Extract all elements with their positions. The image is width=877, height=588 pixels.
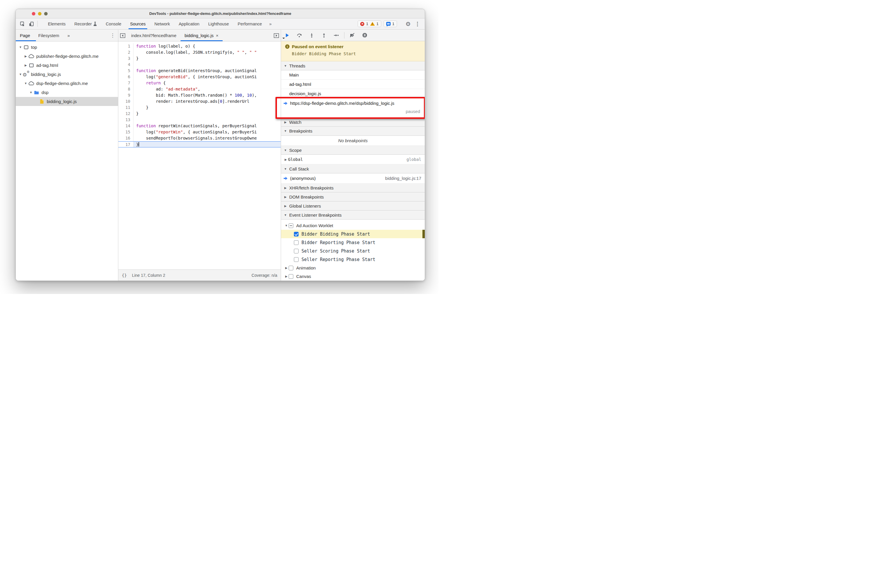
code-line-11[interactable]: 11 } — [118, 105, 281, 111]
thread-row-paused[interactable]: https://dsp-fledge-demo.glitch.me/dsp/bi… — [281, 98, 425, 118]
checkbox-unchecked[interactable] — [289, 274, 293, 279]
chevron-down-icon[interactable]: ▼ — [18, 45, 23, 49]
scope-global-row[interactable]: ▶ Global global — [281, 155, 425, 164]
tab-filesystem[interactable]: Filesystem — [34, 30, 63, 41]
code-line-2[interactable]: 2 console.log(label, JSON.stringify(o, "… — [118, 50, 281, 56]
event-item-seller-reporting-phase-start[interactable]: Seller Reporting Phase Start — [281, 255, 425, 264]
section-global-listeners[interactable]: ▶ Global Listeners — [281, 201, 425, 210]
tab-recorder[interactable]: Recorder — [70, 18, 101, 29]
tree-item-bidding-logic-js[interactable]: bidding_logic.js — [16, 97, 118, 106]
thread-row[interactable]: decision_logic.js — [281, 89, 425, 98]
tree-item-publisher-fledge-demo-glitch-me[interactable]: ▶publisher-fledge-demo.glitch.me — [16, 52, 118, 61]
code-line-8[interactable]: 8 ad: "ad-metadata", — [118, 86, 281, 92]
event-item-label: Seller Scoring Phase Start — [301, 249, 370, 254]
editor-tab-bidding-logic[interactable]: bidding_logic.js × — [181, 30, 223, 41]
pause-on-exceptions-icon[interactable] — [362, 33, 367, 38]
call-stack-frame[interactable]: (anonymous) bidding_logic.js:17 — [281, 173, 425, 184]
code-line-13[interactable]: 13 — [118, 117, 281, 123]
step-icon[interactable] — [334, 33, 339, 38]
checkbox-indeterminate[interactable] — [289, 224, 293, 228]
chevron-down-icon[interactable]: ▼ — [18, 73, 23, 76]
thread-row[interactable]: Main — [281, 70, 425, 80]
tree-item-top[interactable]: ▼top — [16, 43, 118, 52]
chevron-down-icon[interactable]: ▼ — [284, 224, 289, 227]
close-tab-icon[interactable]: × — [216, 33, 218, 38]
settings-gear-icon[interactable]: ⚙ — [403, 20, 413, 27]
tree-item-bidding-logic-js[interactable]: ▼⚙⚙bidding_logic.js — [16, 70, 118, 79]
inspect-element-icon[interactable] — [18, 18, 27, 29]
event-listener-tree: ▼Ad Auction WorkletBidder Bidding Phase … — [281, 219, 425, 280]
step-into-icon[interactable] — [309, 33, 314, 38]
device-toolbar-icon[interactable] — [27, 18, 36, 29]
tree-item-label: dsp — [42, 90, 48, 95]
more-navigator-tabs-icon[interactable]: » — [63, 30, 74, 41]
section-event-listener-breakpoints[interactable]: ▼ Event Listener Breakpoints — [281, 210, 425, 219]
code-line-9[interactable]: 9 bid: Math.floor(Math.random() * 100, 1… — [118, 92, 281, 98]
checkbox-unchecked[interactable] — [294, 249, 299, 254]
navigator-kebab-icon[interactable]: ⋮ — [110, 32, 118, 39]
step-over-icon[interactable] — [297, 33, 302, 38]
code-line-1[interactable]: 1function log(label, o) { — [118, 43, 281, 50]
checkbox-unchecked[interactable] — [289, 266, 293, 270]
tree-item-ad-tag-html[interactable]: ▶ad-tag.html — [16, 61, 118, 70]
event-item-bidder-bidding-phase-start[interactable]: Bidder Bidding Phase Start — [281, 230, 425, 238]
chevron-down-icon[interactable]: ▼ — [29, 91, 33, 94]
section-call-stack[interactable]: ▼ Call Stack — [281, 164, 425, 173]
checkbox-unchecked[interactable] — [294, 240, 299, 245]
chevron-right-icon[interactable]: ▶ — [23, 55, 28, 58]
section-threads[interactable]: ▼ Threads — [281, 61, 425, 70]
code-line-14[interactable]: 14function reportWin(auctionSignals, per… — [118, 123, 281, 129]
messages-badge[interactable]: 1 — [384, 20, 397, 27]
code-line-17[interactable]: 17} — [118, 141, 281, 147]
thread-row[interactable]: ad-tag.html — [281, 80, 425, 89]
tab-application[interactable]: Application — [174, 18, 204, 29]
chevron-right-icon[interactable]: ▶ — [284, 266, 289, 270]
code-line-10[interactable]: 10 render: interestGroup.ads[0].renderUr… — [118, 98, 281, 105]
tab-sources[interactable]: Sources — [126, 18, 150, 29]
tree-item-dsp-fledge-demo-glitch-me[interactable]: ▼dsp-fledge-demo.glitch.me — [16, 79, 118, 88]
toggle-navigator-icon[interactable] — [118, 30, 127, 41]
event-item-seller-scoring-phase-start[interactable]: Seller Scoring Phase Start — [281, 247, 425, 255]
tab-lighthouse[interactable]: Lighthouse — [204, 18, 233, 29]
code-line-6[interactable]: 6 log("generateBid", { interestGroup, au… — [118, 74, 281, 80]
editor-tab-index[interactable]: index.html?fencedframe — [127, 30, 181, 41]
step-out-icon[interactable] — [321, 33, 326, 38]
code-line-4[interactable]: 4 — [118, 62, 281, 68]
event-item-bidder-reporting-phase-start[interactable]: Bidder Reporting Phase Start — [281, 238, 425, 247]
open-file-list-icon[interactable] — [272, 33, 281, 38]
tree-item-dsp[interactable]: ▼dsp — [16, 88, 118, 97]
tab-performance[interactable]: Performance — [233, 18, 266, 29]
section-scope[interactable]: ▼ Scope — [281, 146, 425, 155]
more-panels-icon[interactable]: » — [266, 18, 275, 29]
tab-network[interactable]: Network — [150, 18, 174, 29]
issues-badge[interactable]: ✕ 1 1 — [358, 20, 381, 27]
code-line-12[interactable]: 12} — [118, 111, 281, 117]
section-dom-breakpoints[interactable]: ▶ DOM Breakpoints — [281, 192, 425, 201]
tab-elements[interactable]: Elements — [44, 18, 70, 29]
checkbox-checked[interactable] — [294, 232, 299, 237]
code-line-16[interactable]: 16 sendReportTo(browserSignals.interestG… — [118, 135, 281, 141]
code-line-15[interactable]: 15 log("reportWin", { auctionSignals, pe… — [118, 129, 281, 135]
chevron-right-icon[interactable]: ▶ — [284, 275, 289, 278]
section-xhr-breakpoints[interactable]: ▶ XHR/fetch Breakpoints — [281, 184, 425, 193]
resume-icon[interactable] — [284, 33, 290, 38]
code-line-3[interactable]: 3} — [118, 56, 281, 62]
line-number: 6 — [118, 74, 134, 80]
event-group-animation[interactable]: ▶Animation — [281, 264, 425, 272]
code-editor[interactable]: 1function log(label, o) {2 console.log(l… — [118, 42, 281, 270]
checkbox-unchecked[interactable] — [294, 257, 299, 262]
pretty-print-icon[interactable]: {} — [122, 273, 127, 278]
tab-console[interactable]: Console — [101, 18, 126, 29]
tab-page[interactable]: Page — [16, 30, 34, 41]
code-line-7[interactable]: 7 return { — [118, 80, 281, 86]
kebab-menu-icon[interactable]: ⋮ — [413, 21, 422, 27]
section-watch[interactable]: ▶ Watch — [281, 118, 425, 127]
event-group-ad-auction-worklet[interactable]: ▼Ad Auction Worklet — [281, 221, 425, 230]
code-line-5[interactable]: 5function generateBid(interestGroup, auc… — [118, 68, 281, 74]
event-group-canvas[interactable]: ▶Canvas — [281, 272, 425, 280]
deactivate-breakpoints-icon[interactable] — [350, 33, 355, 38]
chevron-right-icon: ▶ — [283, 121, 287, 124]
section-breakpoints[interactable]: ▼ Breakpoints — [281, 127, 425, 136]
chevron-right-icon[interactable]: ▶ — [23, 64, 28, 67]
chevron-down-icon[interactable]: ▼ — [23, 82, 28, 85]
